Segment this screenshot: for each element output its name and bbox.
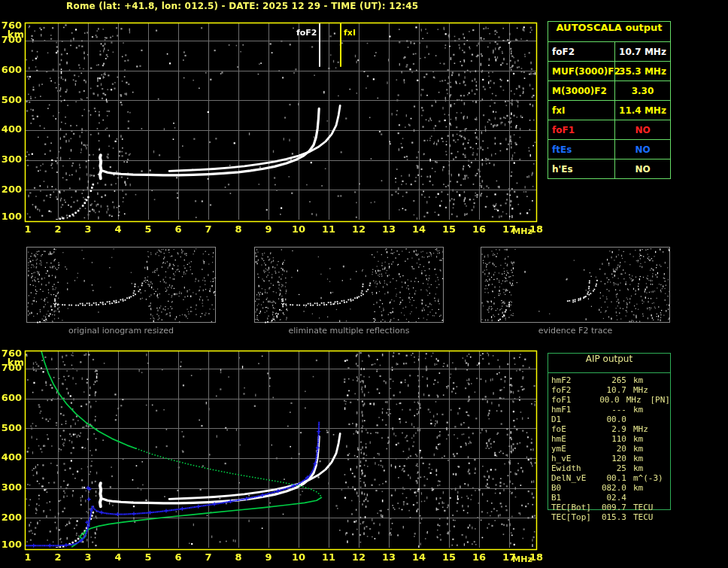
param-value: --- bbox=[599, 405, 626, 415]
param-unit: km bbox=[626, 483, 659, 493]
param-value: 110 bbox=[599, 434, 626, 444]
param-value: 20 bbox=[599, 444, 626, 454]
param-value: 10.7 MHz bbox=[615, 42, 670, 61]
param-value: NO bbox=[615, 159, 670, 178]
param-note bbox=[659, 512, 660, 522]
param-value: 11.4 MHz bbox=[615, 101, 670, 120]
param-value: 265 bbox=[599, 375, 626, 385]
aip-table-row: foF100.0MHz[PN] bbox=[548, 395, 670, 405]
aip-table-row: h_vE120km bbox=[548, 454, 670, 463]
param-note bbox=[659, 473, 660, 483]
param-label: M(3000)F2 bbox=[548, 81, 615, 100]
param-note bbox=[659, 385, 660, 395]
param-value: 35.3 MHz bbox=[615, 62, 670, 80]
fof2-marker-label: foF2 bbox=[296, 28, 317, 38]
param-label: foF1 bbox=[548, 120, 615, 139]
aip-table-row: D100.0 bbox=[548, 415, 670, 424]
param-unit: TECU bbox=[626, 503, 659, 512]
fxi-marker-label: fxI bbox=[344, 28, 356, 38]
param-unit bbox=[626, 493, 659, 503]
thumbnail-caption-evidence: evidence F2 trace bbox=[481, 326, 670, 336]
param-value: 25 bbox=[599, 463, 626, 473]
param-note bbox=[659, 424, 660, 434]
param-label: h_vE bbox=[548, 454, 599, 463]
param-note bbox=[659, 415, 660, 424]
param-unit: km bbox=[626, 454, 659, 463]
autoscala-table-header: AUTOSCALA output bbox=[548, 22, 670, 42]
param-label: DelN_vE bbox=[548, 473, 599, 483]
param-label: ftEs bbox=[548, 140, 615, 159]
param-unit bbox=[626, 415, 659, 424]
param-note bbox=[659, 405, 660, 415]
param-label: B0 bbox=[548, 483, 599, 493]
aip-table-row: foE2.9MHz bbox=[548, 424, 670, 434]
aip-table-row: hmF1---km bbox=[548, 405, 670, 415]
param-label: hmE bbox=[548, 434, 599, 444]
param-unit: km bbox=[626, 434, 659, 444]
param-label: hmF1 bbox=[548, 405, 599, 415]
param-label: TEC[Bot] bbox=[548, 503, 599, 512]
param-note bbox=[659, 434, 660, 444]
param-unit: m^(-3) bbox=[626, 473, 659, 483]
aip-table-row: foF210.7MHz bbox=[548, 385, 670, 395]
param-unit: km bbox=[626, 375, 659, 385]
param-label: fxI bbox=[548, 101, 615, 120]
param-label: D1 bbox=[548, 415, 599, 424]
param-label: foF2 bbox=[548, 42, 615, 61]
aip-table-row: B102.4 bbox=[548, 493, 670, 503]
table-row: ftEs NO bbox=[548, 140, 670, 159]
param-note: [PN] bbox=[650, 395, 671, 405]
param-label: foE bbox=[548, 424, 599, 434]
aip-table-row: hmF2265km bbox=[548, 375, 670, 385]
param-value: NO bbox=[615, 140, 670, 159]
param-label: TEC[Top] bbox=[548, 512, 599, 522]
autoscala-application-window: Rome (lat: +41.8, lon: 012.5) - DATE: 20… bbox=[0, 0, 728, 568]
param-label: foF2 bbox=[548, 385, 599, 395]
param-note bbox=[659, 454, 660, 463]
aip-table-row: B0082.0km bbox=[548, 483, 670, 493]
thumbnail-caption-eliminate: eliminate multiple reflections bbox=[254, 326, 444, 336]
param-value: 082.0 bbox=[599, 483, 626, 493]
page-title: Rome (lat: +41.8, lon: 012.5) - DATE: 20… bbox=[66, 1, 418, 11]
param-note bbox=[659, 463, 660, 473]
param-label: ymE bbox=[548, 444, 599, 454]
param-note bbox=[659, 493, 660, 503]
aip-rows: hmF2265kmfoF210.7MHzfoF100.0MHz[PN]hmF1-… bbox=[548, 375, 670, 522]
table-row: M(3000)F2 3.30 bbox=[548, 81, 670, 101]
param-label: B1 bbox=[548, 493, 599, 503]
table-row: MUF(3000)F2 35.3 MHz bbox=[548, 62, 670, 81]
param-value: 3.30 bbox=[615, 81, 670, 100]
param-value: 2.9 bbox=[599, 424, 626, 434]
aip-table-row: TEC[Bot]009.7TECU bbox=[548, 503, 670, 512]
param-unit: TECU bbox=[626, 512, 659, 522]
aip-table-row: hmE110km bbox=[548, 434, 670, 444]
param-label: hmF2 bbox=[548, 375, 599, 385]
param-unit: km bbox=[626, 463, 659, 473]
param-value: 00.1 bbox=[599, 473, 626, 483]
param-label: h'Es bbox=[548, 159, 615, 178]
param-unit: MHz bbox=[620, 395, 650, 405]
table-row: fxI 11.4 MHz bbox=[548, 101, 670, 120]
param-label: Ewidth bbox=[548, 463, 599, 473]
param-note bbox=[659, 375, 660, 385]
param-value: 00.0 bbox=[595, 395, 620, 405]
param-note bbox=[659, 503, 660, 512]
param-label: MUF(3000)F2 bbox=[548, 62, 615, 80]
aip-table-row: DelN_vE00.1m^(-3) bbox=[548, 473, 670, 483]
param-note bbox=[659, 444, 660, 454]
param-value: 10.7 bbox=[599, 385, 626, 395]
aip-table-row: ymE20km bbox=[548, 444, 670, 454]
param-note bbox=[659, 483, 660, 493]
param-value: NO bbox=[615, 120, 670, 139]
aip-table-row: TEC[Top]015.3TECU bbox=[548, 512, 670, 522]
param-unit: MHz bbox=[626, 385, 659, 395]
param-unit: km bbox=[626, 405, 659, 415]
param-value: 02.4 bbox=[599, 493, 626, 503]
param-unit: MHz bbox=[626, 424, 659, 434]
param-unit: km bbox=[626, 444, 659, 454]
param-value: 009.7 bbox=[599, 503, 626, 512]
autoscala-output-table: AUTOSCALA output foF2 10.7 MHz MUF(3000)… bbox=[548, 21, 671, 179]
param-value: 120 bbox=[599, 454, 626, 463]
param-value: 00.0 bbox=[599, 415, 626, 424]
param-value: 015.3 bbox=[599, 512, 626, 522]
